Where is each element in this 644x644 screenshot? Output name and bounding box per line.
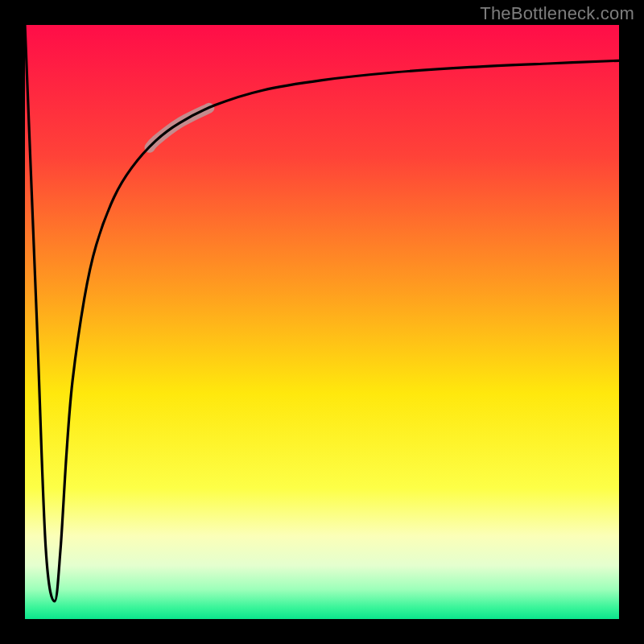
watermark-text: TheBottleneck.com — [480, 3, 634, 24]
chart-frame: TheBottleneck.com — [0, 0, 644, 644]
curve-layer — [25, 25, 619, 619]
curve-highlight — [150, 108, 209, 147]
curve-main — [25, 25, 619, 601]
plot-area — [25, 25, 619, 619]
